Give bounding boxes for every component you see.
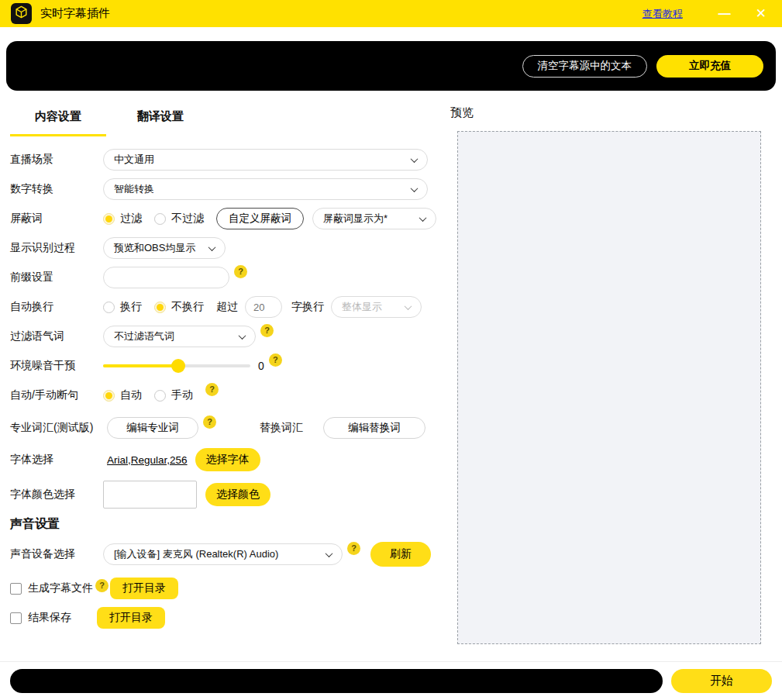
radio-no-filter-dot[interactable] bbox=[154, 213, 166, 225]
noise-slider-thumb[interactable] bbox=[171, 359, 185, 373]
app-title: 实时字幕插件 bbox=[40, 6, 110, 21]
segmentation-label: 自动/手动断句 bbox=[10, 388, 103, 402]
show-process-value: 预览和OBS均显示 bbox=[114, 241, 195, 255]
pro-words-label: 专业词汇(测试版) bbox=[10, 421, 107, 435]
start-button[interactable]: 开始 bbox=[671, 669, 772, 693]
sound-device-label: 声音设备选择 bbox=[10, 547, 103, 561]
chevron-down-icon bbox=[419, 214, 427, 222]
cube-icon bbox=[14, 5, 29, 22]
radio-wrap-label: 换行 bbox=[120, 300, 142, 314]
row-pro-words: 专业词汇(测试版) 编辑专业词 ? 替换词汇 编辑替换词 bbox=[10, 417, 450, 439]
chevron-down-icon bbox=[411, 184, 419, 192]
live-scene-select[interactable]: 中文通用 bbox=[103, 149, 428, 171]
number-convert-label: 数字转换 bbox=[10, 182, 103, 196]
number-convert-select[interactable]: 智能转换 bbox=[103, 178, 428, 200]
sound-settings-header: 声音设置 bbox=[10, 516, 450, 533]
wrap-mode-value: 整体显示 bbox=[342, 300, 382, 314]
prefix-help-icon[interactable]: ? bbox=[234, 265, 247, 278]
choose-color-button[interactable]: 选择颜色 bbox=[205, 483, 270, 506]
current-font-link[interactable]: Arial,Regular,256 bbox=[107, 454, 188, 466]
blocked-words-display-select[interactable]: 屏蔽词显示为* bbox=[312, 208, 436, 229]
chevron-down-icon bbox=[411, 155, 419, 163]
radio-no-wrap[interactable]: 不换行 bbox=[154, 300, 204, 314]
radio-auto-segment[interactable]: 自动 bbox=[103, 388, 142, 402]
radio-no-wrap-dot[interactable] bbox=[154, 302, 166, 313]
radio-no-filter[interactable]: 不过滤 bbox=[154, 212, 204, 226]
noise-slider-fill bbox=[103, 364, 178, 367]
open-result-dir-button[interactable]: 打开目录 bbox=[97, 607, 165, 629]
auto-wrap-label: 自动换行 bbox=[10, 300, 103, 314]
app-logo bbox=[11, 3, 32, 24]
radio-filter-label: 过滤 bbox=[120, 212, 142, 226]
exceed-label: 超过 bbox=[216, 300, 238, 314]
preview-area bbox=[457, 131, 761, 644]
radio-wrap-dot[interactable] bbox=[103, 302, 115, 313]
wrap-char-count-input[interactable] bbox=[245, 296, 282, 318]
radio-no-filter-label: 不过滤 bbox=[171, 212, 204, 226]
pro-words-help-icon[interactable]: ? bbox=[203, 416, 216, 429]
filter-filler-help-icon[interactable]: ? bbox=[260, 324, 274, 337]
row-font-color: 字体颜色选择 选择颜色 bbox=[10, 481, 450, 509]
segmentation-help-icon[interactable]: ? bbox=[205, 383, 219, 396]
tab-content-settings[interactable]: 内容设置 bbox=[10, 109, 106, 136]
close-button[interactable]: ✕ bbox=[756, 7, 766, 20]
chevron-down-icon bbox=[405, 302, 412, 310]
top-banner: 清空字幕源中的文本 立即充值 bbox=[6, 41, 776, 91]
edit-replace-words-button[interactable]: 编辑替换词 bbox=[323, 417, 425, 439]
open-subtitle-dir-button[interactable]: 打开目录 bbox=[110, 578, 178, 599]
prefix-label: 前缀设置 bbox=[10, 271, 103, 284]
live-scene-label: 直播场景 bbox=[10, 153, 103, 167]
row-show-process: 显示识别过程 预览和OBS均显示 bbox=[10, 237, 450, 259]
subtitle-file-label: 生成字幕文件 bbox=[28, 581, 93, 595]
noise-slider[interactable] bbox=[103, 359, 250, 373]
show-process-select[interactable]: 预览和OBS均显示 bbox=[103, 237, 226, 259]
sound-device-help-icon[interactable]: ? bbox=[347, 542, 360, 555]
filter-filler-value: 不过滤语气词 bbox=[114, 329, 174, 343]
row-live-scene: 直播场景 中文通用 bbox=[10, 149, 450, 171]
row-font-select: 字体选择 Arial,Regular,256 选择字体 bbox=[10, 448, 450, 471]
radio-wrap[interactable]: 换行 bbox=[103, 300, 142, 314]
font-select-label: 字体选择 bbox=[10, 453, 103, 467]
result-save-checkbox[interactable] bbox=[10, 612, 22, 624]
refresh-device-button[interactable]: 刷新 bbox=[370, 542, 431, 567]
view-tutorial-link[interactable]: 查看教程 bbox=[642, 7, 683, 21]
filter-filler-label: 过滤语气词 bbox=[10, 329, 103, 343]
font-color-input[interactable] bbox=[103, 481, 197, 509]
chevron-down-icon bbox=[208, 243, 216, 251]
radio-filter-dot[interactable] bbox=[103, 213, 115, 225]
preview-panel: 预览 bbox=[450, 109, 782, 644]
choose-font-button[interactable]: 选择字体 bbox=[195, 448, 260, 471]
radio-manual-label: 手动 bbox=[171, 388, 193, 402]
settings-tabs: 内容设置 翻译设置 bbox=[10, 109, 450, 136]
clear-subtitle-source-button[interactable]: 清空字幕源中的文本 bbox=[522, 55, 648, 78]
noise-value: 0 bbox=[258, 360, 264, 372]
live-scene-value: 中文通用 bbox=[114, 153, 154, 167]
wrap-mode-select[interactable]: 整体显示 bbox=[331, 296, 422, 318]
row-prefix: 前缀设置 ? bbox=[10, 267, 450, 288]
sound-device-value: [输入设备] 麦克风 (Realtek(R) Audio) bbox=[114, 547, 278, 561]
main-content: 内容设置 翻译设置 直播场景 中文通用 数字转换 智能转换 屏蔽词 过滤 bbox=[0, 91, 782, 644]
noise-help-icon[interactable]: ? bbox=[269, 353, 282, 367]
filter-filler-select[interactable]: 不过滤语气词 bbox=[103, 326, 256, 347]
subtitle-file-checkbox[interactable] bbox=[10, 583, 22, 595]
custom-blocked-words-button[interactable]: 自定义屏蔽词 bbox=[216, 208, 304, 229]
minimize-button[interactable]: — bbox=[718, 8, 731, 20]
radio-manual-segment[interactable]: 手动 bbox=[154, 388, 193, 402]
recharge-button[interactable]: 立即充值 bbox=[656, 55, 763, 78]
number-convert-value: 智能转换 bbox=[114, 182, 154, 196]
radio-filter[interactable]: 过滤 bbox=[103, 212, 142, 226]
blocked-words-label: 屏蔽词 bbox=[10, 212, 103, 226]
subtitle-file-help-icon[interactable]: ? bbox=[95, 579, 109, 592]
row-blocked-words: 屏蔽词 过滤 不过滤 自定义屏蔽词 屏蔽词显示为* bbox=[10, 208, 450, 229]
chevron-down-icon bbox=[239, 332, 246, 340]
radio-manual-dot[interactable] bbox=[154, 390, 166, 402]
tab-translation-settings[interactable]: 翻译设置 bbox=[112, 109, 208, 136]
settings-panel: 内容设置 翻译设置 直播场景 中文通用 数字转换 智能转换 屏蔽词 过滤 bbox=[0, 109, 450, 644]
radio-no-wrap-label: 不换行 bbox=[171, 300, 204, 314]
edit-pro-words-button[interactable]: 编辑专业词 bbox=[107, 417, 198, 439]
replace-words-label: 替换词汇 bbox=[260, 421, 303, 435]
radio-auto-dot[interactable] bbox=[103, 390, 115, 402]
prefix-input[interactable] bbox=[103, 267, 229, 288]
sound-device-select[interactable]: [输入设备] 麦克风 (Realtek(R) Audio) bbox=[103, 543, 343, 565]
row-filter-filler: 过滤语气词 不过滤语气词 ? bbox=[10, 326, 450, 347]
